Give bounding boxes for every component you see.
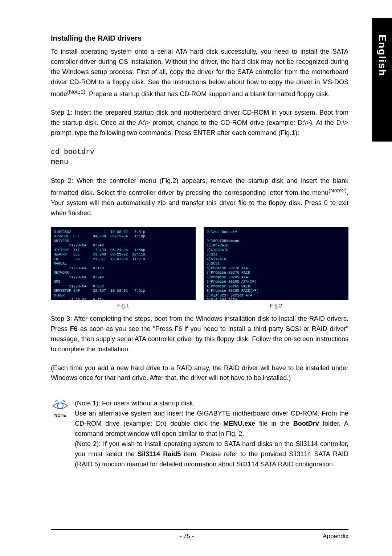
section-heading: Installing the RAID drivers bbox=[51, 33, 348, 44]
footer-section: Appendix bbox=[323, 533, 348, 540]
language-tab: English bbox=[372, 18, 392, 142]
f6-key: F6 bbox=[70, 325, 78, 332]
note-body: (Note 1): For users without a startup di… bbox=[75, 398, 348, 469]
figure-2: D:\>cd bootdrv D:\BOOTDRV>menu 1)Inn-RAI… bbox=[204, 227, 348, 310]
language-label: English bbox=[376, 34, 388, 76]
command-block: cd bootdrv menu bbox=[51, 147, 348, 167]
step3-extra-paragraph: (Each time you add a new hard drive to a… bbox=[51, 363, 348, 384]
cmd-line-1: cd bootdrv bbox=[51, 147, 348, 157]
figure-1: D160DSK2 1 10-08-02 7:51p DISWHQL DLL 94… bbox=[51, 227, 196, 310]
page-footer: - 75 - Appendix bbox=[51, 529, 348, 540]
step3-paragraph: Step 3: After completing the steps, boot… bbox=[51, 314, 348, 355]
terminal-fig2: D:\>cd bootdrv D:\BOOTDRV>menu 1)Inn-RAI… bbox=[204, 227, 348, 300]
note1-ref: (Note1) bbox=[67, 89, 85, 95]
figures-row: D160DSK2 1 10-08-02 7:51p DISWHQL DLL 94… bbox=[51, 227, 348, 310]
cmd-line-2: menu bbox=[51, 157, 348, 167]
note-label: NOTE bbox=[54, 412, 66, 418]
fig2-caption: Fig.2 bbox=[204, 301, 348, 310]
intro-paragraph: To install operating system onto a seria… bbox=[51, 47, 348, 99]
terminal-fig1: D160DSK2 1 10-08-02 7:51p DISWHQL DLL 94… bbox=[51, 227, 196, 300]
fig1-caption: Fig.1 bbox=[51, 301, 196, 310]
page-number: - 75 - bbox=[180, 533, 194, 540]
note2-ref: (Note2) bbox=[328, 187, 347, 193]
note-icon: NOTE bbox=[51, 398, 70, 469]
step1-paragraph: Step 1: Insert the prepared startup disk… bbox=[51, 108, 348, 138]
note-block: NOTE (Note 1): For users without a start… bbox=[51, 398, 348, 469]
svg-point-0 bbox=[57, 403, 63, 409]
step2-paragraph: Step 2: When the controller menu (Fig.2)… bbox=[51, 176, 348, 218]
